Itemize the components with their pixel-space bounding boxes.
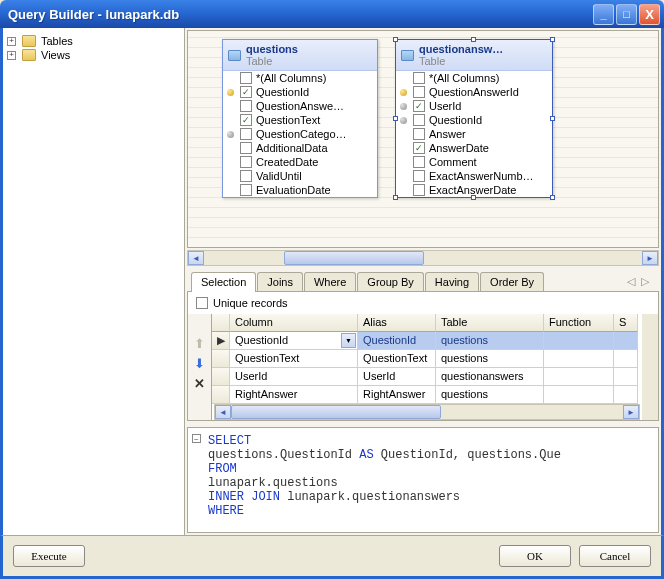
header-alias[interactable]: Alias: [358, 314, 436, 332]
column-checkbox[interactable]: [413, 72, 425, 84]
column-checkbox[interactable]: [413, 142, 425, 154]
column-checkbox[interactable]: [413, 170, 425, 182]
cell-alias[interactable]: QuestionId: [358, 332, 436, 350]
cell-s[interactable]: [614, 332, 638, 350]
designer-hscroll[interactable]: ◄ ►: [187, 250, 659, 266]
table-header[interactable]: questionansw… Table: [396, 40, 552, 71]
tab-joins[interactable]: Joins: [257, 272, 303, 291]
column-row[interactable]: QuestionId: [223, 85, 377, 99]
grid-hscroll[interactable]: ◄ ►: [214, 404, 640, 420]
scroll-left-button[interactable]: ◄: [188, 251, 204, 265]
column-list[interactable]: *(All Columns)QuestionAnswerIdUserIdQues…: [396, 71, 552, 197]
tab-selection[interactable]: Selection: [191, 272, 256, 292]
header-s[interactable]: S: [614, 314, 638, 332]
ok-button[interactable]: OK: [499, 545, 571, 567]
column-checkbox[interactable]: [240, 86, 252, 98]
column-row[interactable]: *(All Columns): [396, 71, 552, 85]
column-checkbox[interactable]: [240, 170, 252, 182]
grid-vscroll[interactable]: [642, 314, 658, 420]
expand-icon[interactable]: +: [7, 37, 16, 46]
cell-column[interactable]: QuestionText: [230, 350, 358, 368]
column-checkbox[interactable]: [413, 86, 425, 98]
unique-records-checkbox[interactable]: [196, 297, 208, 309]
cell-alias[interactable]: UserId: [358, 368, 436, 386]
tab-where[interactable]: Where: [304, 272, 356, 291]
move-up-button[interactable]: ⬆: [194, 336, 205, 351]
scroll-thumb[interactable]: [284, 251, 424, 265]
column-checkbox[interactable]: [413, 100, 425, 112]
cell-column[interactable]: QuestionId▼: [230, 332, 358, 350]
cell-function[interactable]: [544, 386, 614, 404]
column-checkbox[interactable]: [240, 184, 252, 196]
column-checkbox[interactable]: [240, 142, 252, 154]
tab-having[interactable]: Having: [425, 272, 479, 291]
cell-function[interactable]: [544, 350, 614, 368]
scroll-left-button[interactable]: ◄: [215, 405, 231, 419]
column-checkbox[interactable]: [240, 100, 252, 112]
execute-button[interactable]: Execute: [13, 545, 85, 567]
column-row[interactable]: *(All Columns): [223, 71, 377, 85]
table-window-questions[interactable]: questions Table *(All Columns)QuestionId…: [222, 39, 378, 198]
column-row[interactable]: Comment: [396, 155, 552, 169]
scroll-right-button[interactable]: ►: [642, 251, 658, 265]
tab-group-by[interactable]: Group By: [357, 272, 423, 291]
column-row[interactable]: UserId: [396, 99, 552, 113]
cell-column[interactable]: UserId: [230, 368, 358, 386]
cell-table[interactable]: questions: [436, 386, 544, 404]
column-row[interactable]: EvaluationDate: [223, 183, 377, 197]
cell-column[interactable]: RightAnswer: [230, 386, 358, 404]
close-button[interactable]: X: [639, 4, 660, 25]
column-checkbox[interactable]: [240, 128, 252, 140]
scroll-thumb[interactable]: [231, 405, 441, 419]
designer-canvas[interactable]: questions Table *(All Columns)QuestionId…: [187, 30, 659, 248]
column-row[interactable]: QuestionId: [396, 113, 552, 127]
expand-icon[interactable]: +: [7, 51, 16, 60]
dropdown-icon[interactable]: ▼: [341, 333, 356, 348]
maximize-button[interactable]: □: [616, 4, 637, 25]
tab-prev-icon[interactable]: ◁: [627, 275, 635, 288]
column-row[interactable]: QuestionCatego…: [223, 127, 377, 141]
column-checkbox[interactable]: [240, 72, 252, 84]
cell-s[interactable]: [614, 386, 638, 404]
cell-alias[interactable]: RightAnswer: [358, 386, 436, 404]
grid-row[interactable]: QuestionTextQuestionTextquestions: [212, 350, 642, 368]
move-down-button[interactable]: ⬇: [194, 356, 205, 371]
tree-item-tables[interactable]: + Tables: [7, 34, 180, 48]
cell-s[interactable]: [614, 368, 638, 386]
scroll-right-button[interactable]: ►: [623, 405, 639, 419]
minimize-button[interactable]: _: [593, 4, 614, 25]
column-checkbox[interactable]: [240, 114, 252, 126]
fold-icon[interactable]: −: [192, 434, 201, 443]
column-checkbox[interactable]: [413, 184, 425, 196]
column-row[interactable]: QuestionAnswe…: [223, 99, 377, 113]
cancel-button[interactable]: Cancel: [579, 545, 651, 567]
delete-row-button[interactable]: ✕: [194, 376, 205, 391]
tab-next-icon[interactable]: ▷: [641, 275, 649, 288]
table-header[interactable]: questions Table: [223, 40, 377, 71]
titlebar[interactable]: Query Builder - lunapark.db _ □ X: [0, 0, 664, 28]
column-checkbox[interactable]: [413, 156, 425, 168]
header-column[interactable]: Column: [230, 314, 358, 332]
cell-table[interactable]: questions: [436, 350, 544, 368]
cell-function[interactable]: [544, 368, 614, 386]
column-row[interactable]: QuestionAnswerId: [396, 85, 552, 99]
cell-table[interactable]: questionanswers: [436, 368, 544, 386]
grid-row[interactable]: UserIdUserIdquestionanswers: [212, 368, 642, 386]
tree-item-views[interactable]: + Views: [7, 48, 180, 62]
cell-s[interactable]: [614, 350, 638, 368]
cell-function[interactable]: [544, 332, 614, 350]
header-function[interactable]: Function: [544, 314, 614, 332]
column-row[interactable]: CreatedDate: [223, 155, 377, 169]
column-row[interactable]: ExactAnswerNumb…: [396, 169, 552, 183]
column-row[interactable]: AdditionalData: [223, 141, 377, 155]
column-checkbox[interactable]: [413, 114, 425, 126]
header-table[interactable]: Table: [436, 314, 544, 332]
object-tree[interactable]: + Tables + Views: [3, 28, 185, 535]
column-row[interactable]: AnswerDate: [396, 141, 552, 155]
column-row[interactable]: QuestionText: [223, 113, 377, 127]
table-window-questionanswers[interactable]: questionansw… Table *(All Columns)Questi…: [395, 39, 553, 198]
cell-alias[interactable]: QuestionText: [358, 350, 436, 368]
grid-row[interactable]: RightAnswerRightAnswerquestions: [212, 386, 642, 404]
cell-table[interactable]: questions: [436, 332, 544, 350]
column-checkbox[interactable]: [240, 156, 252, 168]
